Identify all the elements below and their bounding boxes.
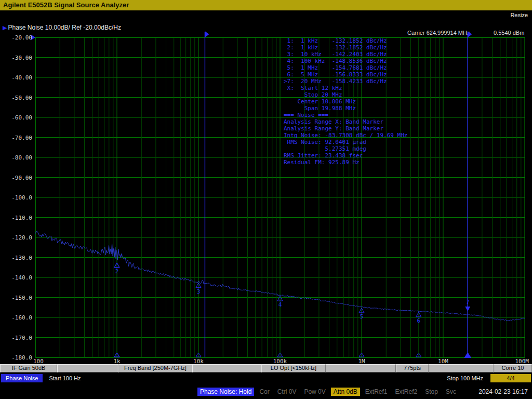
bottom-item-attn-0db[interactable]: Attn 0dB bbox=[331, 388, 360, 396]
readout-line: === Noise === bbox=[284, 112, 407, 118]
datetime-label: 2024-02-23 16:17 bbox=[478, 388, 528, 395]
readout-line: 6: 5 MHz -156.8333 dBc/Hz bbox=[284, 71, 407, 78]
y-tick-label: -100.0 bbox=[11, 194, 32, 201]
y-tick-label: -40.00 bbox=[11, 74, 32, 81]
readout-line: Center 10.006 MHz bbox=[284, 98, 407, 105]
readout-line: Analysis Range X: Band Marker bbox=[284, 118, 407, 125]
x-tick-label: 100k bbox=[273, 358, 287, 364]
status-seg-empty bbox=[57, 364, 118, 373]
title-bar: Agilent E5052B Signal Source Analyzer bbox=[0, 0, 532, 10]
marker-7-icon[interactable] bbox=[465, 307, 470, 311]
tab-phase-noise[interactable]: Phase Noise bbox=[1, 374, 43, 382]
status-seg-775pts: 775pts bbox=[396, 364, 429, 373]
readout-line: 4: 100 kHz -148.8536 dBc/Hz bbox=[284, 58, 407, 64]
phase-noise-plot[interactable]: -20.00-30.00-40.00-50.00-60.00-70.00-80.… bbox=[0, 21, 532, 364]
window-title: Agilent E5052B Signal Source Analyzer bbox=[3, 1, 129, 9]
marker-2-label: 2 bbox=[115, 268, 119, 275]
sweep-stop-label: Stop 100 MHz bbox=[447, 375, 483, 381]
y-tick-label: -160.0 bbox=[11, 314, 32, 321]
readout-line: 5: 1 MHz -154.7681 dBc/Hz bbox=[284, 64, 407, 71]
bottom-item-stop: Stop bbox=[422, 388, 441, 396]
status-seg-lo-opt-150khz-: LO Opt [<150kHz] bbox=[261, 364, 326, 373]
x-tick-label: 1M bbox=[358, 358, 365, 364]
readout-line: 3: 10 kHz -142.2403 dBc/Hz bbox=[284, 51, 407, 58]
y-tick-label: -150.0 bbox=[11, 295, 32, 301]
x-tick-label: 10k bbox=[193, 358, 204, 364]
y-tick-label: -130.0 bbox=[11, 255, 32, 261]
bottom-item-extref1: ExtRef1 bbox=[363, 388, 390, 396]
y-tick-label: -120.0 bbox=[11, 234, 32, 241]
x-tick-label: 100 bbox=[33, 358, 44, 364]
bottom-item-phase-noise-hold[interactable]: Phase Noise: Hold bbox=[197, 388, 254, 396]
y-tick-label: -140.0 bbox=[11, 274, 32, 281]
marker-6-label: 6 bbox=[417, 317, 420, 324]
readout-line: Stop 20 MHz bbox=[284, 91, 407, 98]
status-seg-corre-10: Corre 10 bbox=[494, 364, 532, 373]
marker-7-label: 7 bbox=[466, 299, 470, 305]
bottom-item-svc: Svc bbox=[443, 388, 459, 396]
x-tick-label: 1k bbox=[113, 358, 121, 364]
readout-line: X: Start 12 kHz bbox=[284, 85, 407, 91]
y-tick-label: -70.00 bbox=[11, 135, 32, 141]
bottom-items: Phase Noise: HoldCorCtrl 0VPow 0VAttn 0d… bbox=[197, 388, 461, 396]
y-tick-label: -60.00 bbox=[11, 114, 32, 121]
y-tick-label: -90.00 bbox=[11, 175, 32, 181]
bottom-item-extref2: ExtRef2 bbox=[393, 388, 420, 396]
bottom-item-pow-0v: Pow 0V bbox=[301, 388, 328, 396]
trace-bar: Phase Noise Start 100 Hz Stop 100 MHz 4/… bbox=[0, 374, 532, 383]
sweep-start-label: Start 100 Hz bbox=[49, 375, 81, 381]
readout-line: 1: 1 kHz -132.1852 dBc/Hz bbox=[284, 37, 407, 44]
y-tick-label: -30.00 bbox=[11, 55, 32, 61]
marker-4-label: 4 bbox=[278, 301, 282, 308]
status-seg-if-gain-50db: IF Gain 50dB bbox=[0, 364, 57, 373]
app-window: Agilent E5052B Signal Source Analyzer Re… bbox=[0, 0, 532, 399]
page-indicator[interactable]: 4/4 bbox=[490, 374, 531, 382]
status-seg-empty bbox=[326, 364, 396, 373]
marker-5-label: 5 bbox=[360, 313, 364, 320]
bottom-bar: Phase Noise: HoldCorCtrl 0VPow 0VAttn 0d… bbox=[0, 386, 532, 397]
readout-block: 1: 1 kHz -132.1852 dBc/Hz 2: 1 kHz -132.… bbox=[284, 37, 407, 166]
resize-button[interactable]: Resize bbox=[510, 12, 528, 18]
bottom-item-ctrl-0v: Ctrl 0V bbox=[275, 388, 299, 396]
readout-line: >7: 20 MHz -158.4233 dBc/Hz bbox=[284, 78, 407, 85]
readout-line: Residual FM: 925.89 Hz bbox=[284, 159, 407, 166]
y-tick-label: -180.0 bbox=[11, 354, 32, 361]
status-seg-empty bbox=[192, 364, 261, 373]
readout-line: Intg Noise: -83.7308 dBc / 19.69 MHz bbox=[284, 132, 407, 139]
marker-3-label: 3 bbox=[197, 288, 201, 295]
readout-line: Span 19.988 MHz bbox=[284, 105, 407, 112]
y-tick-label: -170.0 bbox=[11, 335, 32, 341]
status-seg-freq-band-250m-7ghz-: Freq Band [250M-7GHz] bbox=[118, 364, 192, 373]
x-tick-label: 10M bbox=[438, 358, 448, 364]
status-bar: IF Gain 50dBFreq Band [250M-7GHz]LO Opt … bbox=[0, 364, 532, 373]
readout-line: RMS Noise: 92.0401 μrad bbox=[284, 139, 407, 145]
x-tick-label: 100M bbox=[515, 358, 529, 364]
bottom-item-cor: Cor bbox=[257, 388, 272, 396]
y-tick-label: -50.00 bbox=[11, 95, 32, 101]
y-tick-label: -20.00 bbox=[11, 34, 32, 41]
status-seg-empty bbox=[429, 364, 494, 373]
band-marker-flag-icon[interactable] bbox=[468, 31, 472, 37]
readout-line: 5.27351 mdeg bbox=[284, 145, 407, 152]
readout-line: RMS Jitter: 23.438 fsec bbox=[284, 152, 407, 159]
band-marker-flag-icon[interactable] bbox=[205, 31, 209, 37]
y-tick-label: -80.00 bbox=[11, 154, 32, 161]
marker-7-axis-icon[interactable] bbox=[464, 352, 471, 358]
readout-line: 2: 1 kHz -132.1852 dBc/Hz bbox=[284, 44, 407, 51]
readout-line: Analysis Range Y: Band Marker bbox=[284, 125, 407, 132]
y-tick-label: -110.0 bbox=[11, 215, 32, 221]
